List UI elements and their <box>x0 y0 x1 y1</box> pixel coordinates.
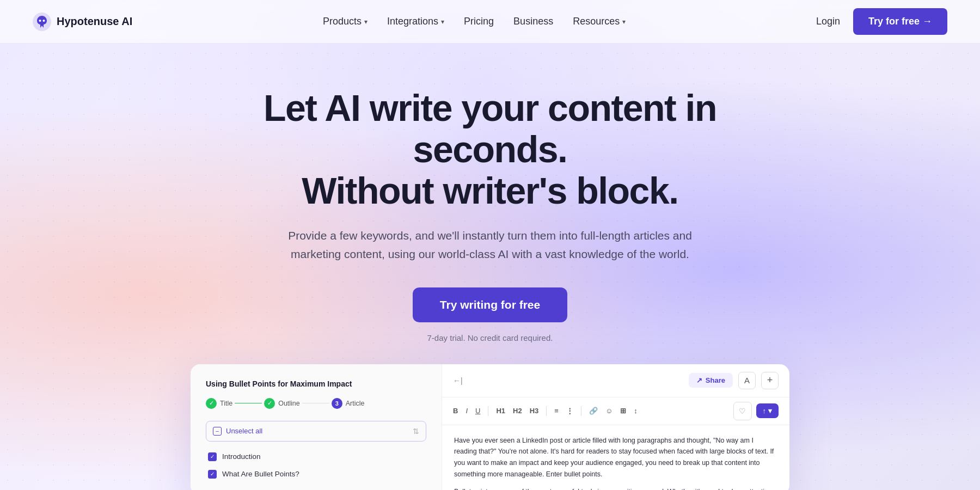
preview-right-panel: ←| ↗ Share A + B I U <box>442 364 789 490</box>
sort-icon: ⇅ <box>413 427 419 436</box>
navbar: Hypotenuse AI Products ▾ Integrations ▾ … <box>0 0 980 44</box>
content-area[interactable]: Have you ever seen a LinkedIn post or ar… <box>442 425 789 490</box>
save-area: ♡ ↑ ▾ <box>733 402 779 420</box>
translate-icon: A <box>744 376 750 385</box>
nav-integrations[interactable]: Integrations ▾ <box>387 16 444 27</box>
emoji-button[interactable]: ☺ <box>605 407 612 415</box>
svg-point-1 <box>39 20 41 22</box>
bold-button[interactable]: B <box>453 407 458 415</box>
nav-products[interactable]: Products ▾ <box>323 16 367 27</box>
step-outline-icon: ✓ <box>264 398 275 409</box>
list-item-introduction[interactable]: ✓ Introduction <box>206 448 426 465</box>
insert-button[interactable]: ↑ ▾ <box>756 403 779 418</box>
unselect-label: Unselect all <box>226 427 262 435</box>
more-button[interactable]: ↕ <box>634 407 638 415</box>
intro-checkbox: ✓ <box>208 452 217 461</box>
format-divider-2 <box>546 406 547 416</box>
format-tools: B I U H1 H2 H3 ≡ ⋮ 🔗 ☺ ⊞ ↕ <box>453 406 638 416</box>
step-article: 3 Article <box>332 398 365 409</box>
try-writing-button[interactable]: Try writing for free <box>413 287 567 322</box>
list-item-bullet-points[interactable]: ✓ What Are Bullet Points? <box>206 465 426 483</box>
h2-button[interactable]: H2 <box>513 407 522 415</box>
step-title: ✓ Title <box>206 398 232 409</box>
back-arrow[interactable]: ←| <box>453 376 463 385</box>
underline-button[interactable]: U <box>475 407 480 415</box>
h3-button[interactable]: H3 <box>530 407 539 415</box>
format-divider-3 <box>581 406 581 416</box>
app-preview: Using Bullet Points for Maximum Impact ✓… <box>191 364 789 490</box>
heart-button[interactable]: ♡ <box>733 402 752 420</box>
format-divider-1 <box>488 406 488 416</box>
nav-resources[interactable]: Resources ▾ <box>573 16 626 27</box>
progress-steps: ✓ Title ✓ Outline 3 Article <box>206 398 426 409</box>
share-button[interactable]: ↗ Share <box>689 373 733 388</box>
content-paragraph-2: Bullet points are one of the most powerf… <box>454 486 777 490</box>
heart-icon: ♡ <box>739 407 746 415</box>
step-article-icon: 3 <box>332 398 342 409</box>
share-icon: ↗ <box>696 376 702 384</box>
hero-section: Let AI write your content in seconds. Wi… <box>0 44 980 364</box>
list-button[interactable]: ⋮ <box>566 407 573 415</box>
table-button[interactable]: ⊞ <box>620 407 626 415</box>
align-button[interactable]: ≡ <box>554 407 559 415</box>
hero-subtitle: Provide a few keywords, and we'll instan… <box>286 226 694 263</box>
step-line-1 <box>235 403 262 404</box>
unselect-row[interactable]: – Unselect all ⇅ <box>206 421 426 442</box>
step-outline: ✓ Outline <box>264 398 300 409</box>
insert-dropdown: ▾ <box>768 407 772 415</box>
nav-right: Login Try for free → <box>816 8 947 35</box>
nav-links: Products ▾ Integrations ▾ Pricing Busine… <box>323 16 626 27</box>
step-line-2 <box>302 403 329 404</box>
integrations-chevron: ▾ <box>441 18 444 26</box>
toolbar-right-actions: ↗ Share A + <box>689 372 779 389</box>
h1-button[interactable]: H1 <box>496 407 505 415</box>
content-paragraph-1: Have you ever seen a LinkedIn post or ar… <box>454 435 777 480</box>
unselect-checkbox: – <box>213 427 222 436</box>
nav-pricing[interactable]: Pricing <box>464 16 494 27</box>
plus-button[interactable]: + <box>761 372 779 389</box>
bullets-checkbox: ✓ <box>208 470 217 479</box>
nav-business[interactable]: Business <box>513 16 553 27</box>
format-toolbar: B I U H1 H2 H3 ≡ ⋮ 🔗 ☺ ⊞ ↕ ♡ <box>442 397 789 425</box>
insert-icon: ↑ <box>763 407 767 415</box>
products-chevron: ▾ <box>364 18 367 26</box>
link-button[interactable]: 🔗 <box>589 407 598 415</box>
italic-button[interactable]: I <box>465 407 468 415</box>
login-button[interactable]: Login <box>816 16 840 27</box>
logo-text: Hypotenuse AI <box>57 15 132 28</box>
logo-icon <box>33 13 51 31</box>
trial-text: 7-day trial. No credit card required. <box>427 333 553 342</box>
step-title-icon: ✓ <box>206 398 217 409</box>
doc-title: Using Bullet Points for Maximum Impact <box>206 379 426 388</box>
hero-title: Let AI write your content in seconds. Wi… <box>218 87 762 211</box>
resources-chevron: ▾ <box>622 18 626 26</box>
top-toolbar: ←| ↗ Share A + <box>442 364 789 397</box>
logo[interactable]: Hypotenuse AI <box>33 13 132 31</box>
plus-icon: + <box>767 375 773 386</box>
translate-button[interactable]: A <box>738 372 756 389</box>
svg-point-2 <box>43 20 45 22</box>
preview-left-panel: Using Bullet Points for Maximum Impact ✓… <box>191 364 442 490</box>
try-free-nav-button[interactable]: Try for free → <box>853 8 947 35</box>
